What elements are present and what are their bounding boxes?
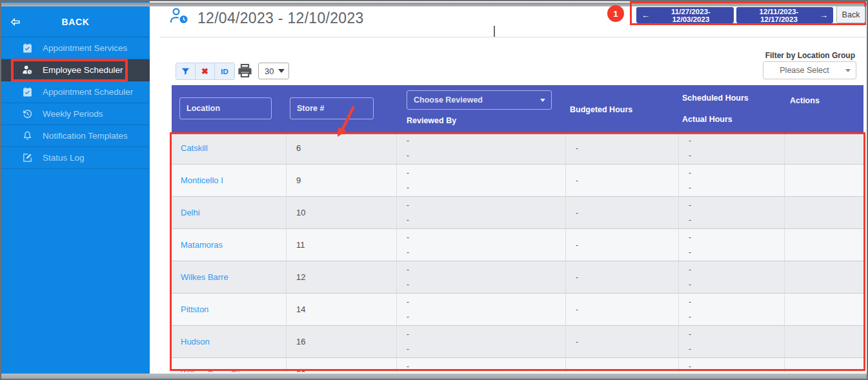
column-actions: Actions [785,85,863,132]
person-clock-icon [22,65,33,75]
location-link[interactable]: Delhi [172,208,286,217]
sidebar-back-button[interactable]: BACK [1,1,150,37]
store-number-value: 11 [287,240,396,250]
id-button[interactable]: ID [215,63,234,79]
next-period-button[interactable]: 12/11/2023-12/17/2023 → [736,7,833,23]
clear-filter-button[interactable]: ✖ [196,63,215,79]
sidebar-item-notification-templates[interactable]: Notification Templates [1,125,150,147]
table-row: Wilkes Barre 12 - - - - - [172,261,863,294]
budgeted-hours-empty-value: - [576,241,578,249]
choose-reviewed-value: Choose Reviewed [407,95,540,105]
reviewed-by-label: Reviewed By [407,116,456,125]
reviewed-empty-value: - [407,234,565,241]
horizontal-scrollbar[interactable] [1,3,867,6]
choose-reviewed-select[interactable]: Choose Reviewed [407,90,552,110]
filter-button-group: ✖ ID [176,63,235,80]
history-icon [22,108,33,119]
store-filter-input[interactable] [290,97,374,119]
scheduled-hours-empty-value: - [689,137,784,145]
actual-hours-empty-value: - [689,248,784,256]
location-link[interactable]: Wilkes Barre [172,272,286,282]
actions-cell [785,197,863,229]
location-filter-input[interactable] [179,97,272,119]
sidebar-item-appointment-services[interactable]: Appointment Services [1,37,150,59]
filter-button[interactable] [176,63,196,79]
column-budgeted-hours: Budgeted Hours [566,85,679,132]
actions-cell [785,294,863,326]
reviewed-empty-value: - [407,201,565,209]
id-button-label: ID [221,68,228,75]
reviewed-by-empty-value: - [407,216,565,224]
caret-down-icon [845,69,851,72]
header-divider [159,37,866,37]
actual-hours-empty-value: - [689,184,784,192]
page-size-value: 30 [259,66,278,76]
right-arrow-icon: → [820,10,828,20]
actual-hours-empty-value: - [689,313,784,321]
reviewed-by-empty-value: - [407,152,565,159]
table-row: Delhi 10 - - - - - [172,197,863,229]
sidebar-item-appointment-scheduler[interactable]: Appointment Scheduler [1,81,150,103]
location-link[interactable]: Hudson [172,337,286,346]
budgeted-hours-empty-value: - [576,306,578,314]
chevron-down-icon [278,69,285,73]
back-button[interactable]: Back [836,6,865,23]
table-row: Catskill 6 - - - - - [172,132,863,165]
prev-period-label: 11/27/2023-12/03/2023 [653,8,729,23]
actions-cell [785,165,863,197]
left-arrow-icon: ← [641,10,650,20]
column-store-number [287,85,397,132]
printer-icon [236,62,254,79]
column-scheduled-actual-hours: Scheduled Hours Actual Hours [679,85,785,132]
reviewed-by-empty-value: - [407,345,565,353]
actual-hours-empty-value: - [689,216,784,224]
reviewed-by-empty-value: - [407,184,565,192]
store-number-value: 16 [287,337,396,346]
store-number-value: 20 [287,369,396,372]
actions-cell [785,132,863,165]
actual-hours-empty-value: - [689,281,784,288]
cursor-tick [494,26,495,37]
budgeted-hours-label: Budgeted Hours [570,105,632,114]
scheduled-hours-empty-value: - [689,201,784,209]
x-icon: ✖ [201,67,208,75]
column-reviewed-by: Choose Reviewed Reviewed By [397,85,566,132]
next-period-label: 12/11/2023-12/17/2023 [742,8,816,23]
sidebar-item-employee-scheduler[interactable]: Employee Scheduler [1,59,150,81]
location-link[interactable]: Wilkes Barre City [172,369,286,372]
scheduled-hours-empty-value: - [689,330,784,338]
store-number-value: 14 [287,305,396,314]
page-size-select[interactable]: 30 [258,63,289,79]
edit-square-icon [22,152,33,163]
sidebar-item-weekly-periods[interactable]: Weekly Periods [1,103,150,125]
actual-hours-label: Actual Hours [682,115,732,124]
location-link[interactable]: Monticello I [172,175,286,185]
column-location [172,85,287,132]
scheduled-hours-empty-value: - [689,363,784,370]
table-row: Matamoras 11 - - - - - [172,229,863,261]
prev-period-button[interactable]: ← 11/27/2023-12/03/2023 [636,7,734,23]
location-link[interactable]: Pittston [172,305,286,314]
app-window: BACK Appointment Services Employee Sched [0,0,868,380]
location-link[interactable]: Matamoras [172,240,286,250]
sidebar-item-label: Employee Scheduler [43,65,123,75]
table-row: Monticello I 9 - - - - - [172,165,863,197]
funnel-icon [181,66,190,76]
scheduled-hours-empty-value: - [689,169,784,177]
budgeted-hours-empty-value: - [576,370,578,373]
scheduled-hours-empty-value: - [689,298,784,306]
location-link[interactable]: Catskill [172,143,286,153]
actions-cell [785,326,863,358]
sidebar-item-status-log[interactable]: Status Log [1,147,150,169]
table-row: Pittston 14 - - - - - [172,294,863,326]
reviewed-empty-value: - [407,266,565,274]
table-header: Choose Reviewed Reviewed By Budgeted Hou… [172,85,863,132]
table-row: Hudson 16 - - - - - [172,326,863,358]
sidebar: BACK Appointment Services Employee Sched [1,1,150,374]
calendar-check-icon [22,43,33,54]
sidebar-item-label: Notification Templates [43,131,128,141]
location-group-select[interactable]: Please Select [763,61,856,79]
print-button[interactable] [236,62,254,79]
back-arrow-icon [9,15,22,28]
bell-icon [22,130,33,141]
